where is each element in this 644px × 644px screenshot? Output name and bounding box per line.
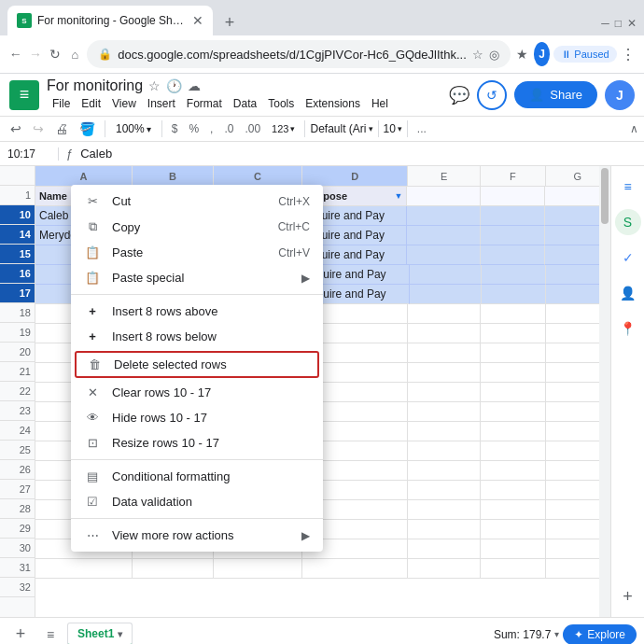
drive-icon[interactable]: ☁ [188,78,201,93]
menu-data[interactable]: Data [228,95,262,112]
scrollbar-thumb[interactable] [601,168,609,224]
menu-tools[interactable]: Tools [262,95,300,112]
sheet-list-button[interactable]: ≡ [37,622,63,645]
ctx-more-actions-item[interactable]: ⋯ View more row actions ▶ [71,523,323,548]
new-tab-button[interactable]: + [217,9,243,35]
menu-file[interactable]: File [47,95,76,112]
cell-e10[interactable] [407,206,480,226]
ctx-data-val-item[interactable]: ☑ Data validation [71,489,323,514]
row-num-14[interactable]: 14 [0,225,35,245]
col-header-b[interactable]: B [133,166,214,186]
comment-button[interactable]: 💬 [449,85,469,105]
row-num-26[interactable]: 26 [0,460,35,480]
row-num-1[interactable]: 1 [0,186,35,205]
format-number-button[interactable]: 123▾ [267,121,300,136]
sidebar-person-icon[interactable]: 👤 [615,280,641,306]
row-num-18[interactable]: 18 [0,303,35,323]
row-num-17[interactable]: 17 [0,284,35,303]
cell-f14[interactable] [481,226,546,245]
menu-extensions[interactable]: Extensions [300,95,366,112]
col-header-a[interactable]: A [35,166,133,186]
row-num-20[interactable]: 20 [0,343,35,362]
sidebar-maps-icon[interactable]: 📍 [615,315,641,342]
minimize-icon[interactable]: ─ [601,17,609,30]
row-num-23[interactable]: 23 [0,401,35,421]
row-num-30[interactable]: 30 [0,539,35,558]
ctx-cond-fmt-item[interactable]: ▤ Conditional formatting [71,464,323,489]
active-tab[interactable]: S For monitoring - Google Sheets ✕ [7,6,213,35]
row-num-21[interactable]: 21 [0,362,35,382]
paint-format-button[interactable]: 🪣 [75,119,100,139]
row-num-22[interactable]: 22 [0,382,35,401]
paused-button[interactable]: ⏸ Paused [553,46,616,63]
more-formats-button[interactable]: ... [413,120,431,137]
explore-button[interactable]: ✦ Explore [563,624,637,645]
sum-chevron[interactable]: ▾ [554,629,559,639]
cell-reference[interactable]: 10:17 [7,147,59,161]
formula-content[interactable]: Caleb [80,147,637,161]
tab-close-icon[interactable]: ✕ [192,13,203,28]
row-num-15[interactable]: 15 [0,245,35,264]
reload-button[interactable]: ↻ [48,42,63,66]
col-header-e[interactable]: E [408,166,481,186]
font-size-selector[interactable]: 10▾ [384,122,402,135]
row-num-31[interactable]: 31 [0,558,35,578]
ctx-clear-rows-item[interactable]: ✕ Clear rows 10 - 17 [71,380,323,405]
ctx-insert-below-item[interactable]: + Insert 8 rows below [71,324,323,349]
bookmark-icon[interactable]: ☆ [472,48,483,62]
cell-f10[interactable] [481,206,546,226]
history-icon[interactable]: 🕐 [166,78,182,93]
sidebar-explore-icon[interactable]: ≡ [615,174,641,200]
row-num-32[interactable]: 32 [0,578,35,597]
menu-format[interactable]: Format [181,95,228,112]
browser-menu-icon[interactable]: ⋮ [621,42,637,66]
ctx-paste-item[interactable]: 📋 Paste Ctrl+V [71,240,323,265]
print-button[interactable]: 🖨 [50,119,73,139]
add-sheet-button[interactable]: + [7,622,34,645]
cell-f15[interactable] [481,245,546,265]
sidebar-check-icon[interactable]: ✓ [615,245,641,271]
col-header-d[interactable]: D [302,166,408,186]
forward-button[interactable]: → [27,42,43,66]
active-sheet-tab[interactable]: Sheet1 ▾ [67,623,133,644]
ctx-cut-item[interactable]: ✂ Cut Ctrl+X [71,189,323,214]
ctx-paste-special-item[interactable]: 📋 Paste special ▶ [71,265,323,290]
back-button[interactable]: ← [7,42,23,66]
menu-help[interactable]: Hel [366,95,394,112]
row-num-25[interactable]: 25 [0,441,35,460]
home-button[interactable]: ⌂ [67,42,83,66]
menu-insert[interactable]: Insert [142,95,181,112]
row-num-29[interactable]: 29 [0,519,35,539]
ctx-delete-rows-item[interactable]: 🗑 Delete selected rows [75,351,319,378]
cell-e16[interactable] [410,265,483,285]
maximize-icon[interactable]: □ [615,17,622,30]
cell-e15[interactable] [407,245,480,265]
lens-icon[interactable]: ◎ [489,48,499,62]
profile-button[interactable]: J [534,42,550,66]
close-window-icon[interactable]: ✕ [627,17,637,30]
row-num-28[interactable]: 28 [0,499,35,519]
sidebar-sheets-icon[interactable]: S [615,209,641,235]
col-header-c[interactable]: C [214,166,302,186]
ctx-resize-rows-item[interactable]: ⊡ Resize rows 10 - 17 [71,430,323,455]
star-icon[interactable]: ☆ [148,78,161,93]
address-bar[interactable]: 🔒 docs.google.com/spreadsheets/d/1CgjPIV… [87,40,511,68]
cell-e17[interactable] [410,285,483,304]
cell-e14[interactable] [407,226,480,245]
menu-edit[interactable]: Edit [76,95,106,112]
bookmark-star-icon[interactable]: ★ [514,42,530,66]
cell-f17[interactable] [482,285,546,304]
cell-f16[interactable] [482,265,546,285]
font-selector[interactable]: Default (Ari▾ [310,122,372,135]
cell-f1[interactable] [481,187,546,206]
undo-button[interactable]: ↩ [6,119,26,139]
cell-e1[interactable] [407,187,480,206]
row-num-27[interactable]: 27 [0,480,35,499]
menu-view[interactable]: View [106,95,142,112]
redo-button[interactable]: ↪ [28,119,49,139]
col-header-f[interactable]: F [481,166,545,186]
zoom-selector[interactable]: 100% ▾ [110,120,157,137]
ctx-copy-item[interactable]: ⧉ Copy Ctrl+C [71,214,323,240]
format-dec-increase-button[interactable]: .00 [240,120,265,137]
sidebar-add-icon[interactable]: + [615,583,641,609]
